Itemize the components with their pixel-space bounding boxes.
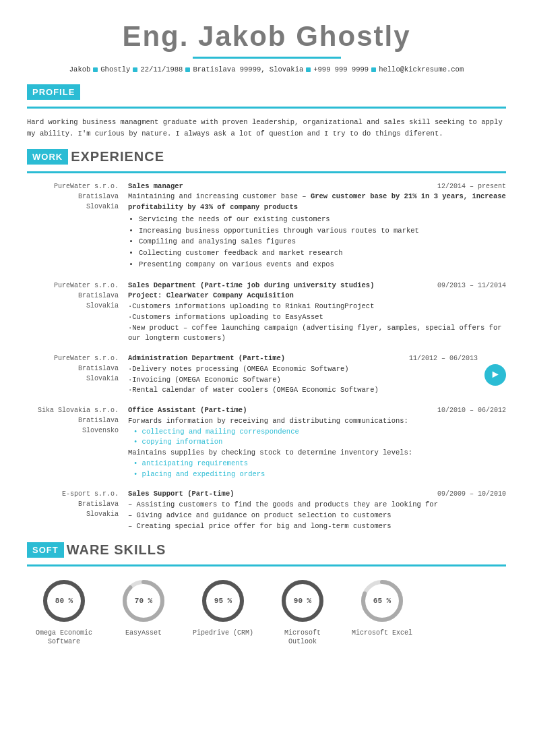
company-country-4: Slovensko <box>27 426 119 436</box>
company-country-2: Slovakia <box>27 301 119 311</box>
job-desc-1: Maintaining and increasing customer base… <box>128 192 506 213</box>
job-title-row-4: 10/2010 – 06/2012 Office Assistant (Part… <box>128 405 506 416</box>
header: Eng. Jakob Ghostly Jakob Ghostly 22/11/1… <box>27 20 506 74</box>
job-title-5: Sales Support (Part-time) <box>128 490 234 498</box>
company-city-1: Bratislava <box>27 192 119 202</box>
company-country-3: Slovakia <box>27 374 119 384</box>
job-title-row-2: 09/2013 – 11/2014 Sales Department (Part… <box>128 281 506 291</box>
company-city-5: Bratislava <box>27 499 119 509</box>
bullet-1-2: Increasing business opportunities throug… <box>139 226 506 237</box>
contact-dob: 22/11/1988 <box>140 65 183 74</box>
bullet-5-3: – Creating special price offer for big a… <box>128 521 506 532</box>
next-page-arrow[interactable]: ► <box>484 364 506 386</box>
skill-circle-5: 65 % <box>358 577 406 624</box>
contact-dot-1 <box>93 67 98 72</box>
bullet-4-4: • placing and expediting orders <box>128 469 506 480</box>
bullet-4-2: • copying information <box>128 437 506 448</box>
company-city-2: Bratislava <box>27 291 119 301</box>
bullet-1-5: Presenting company on various events and… <box>139 260 506 270</box>
contact-name-first: Jakob <box>69 65 91 74</box>
skill-percent-1: 80 % <box>55 597 73 605</box>
profile-badge: PROFILE <box>27 84 80 100</box>
job-title-row-1: 12/2014 – present Sales manager <box>128 181 506 192</box>
job-dates-4: 10/2010 – 06/2012 <box>437 405 506 415</box>
bullet-2-3: ·New product – coffee launching campaign… <box>128 323 506 345</box>
job-title-2: Sales Department (Part-time job during u… <box>128 281 374 289</box>
work-entry-1: PureWater s.r.o. Bratislava Slovakia 12/… <box>27 181 506 271</box>
work-entry-2: PureWater s.r.o. Bratislava Slovakia 09/… <box>27 281 506 345</box>
contact-name-last: Ghostly <box>100 65 130 74</box>
job-desc-4a: Forwards information by receiving and di… <box>128 416 506 427</box>
work-divider <box>27 171 506 173</box>
profile-header: PROFILE <box>27 84 506 100</box>
job-project-2: Project: ClearWater Company Acquisition <box>128 291 506 301</box>
job-title-3: Administration Department (Part-time) <box>128 354 285 362</box>
work-company-2: PureWater s.r.o. Bratislava Slovakia <box>27 281 128 345</box>
job-title-1: Sales manager <box>128 182 183 190</box>
bullet-3-3: ·Rental calendar of water coolers (OMEGA… <box>128 385 478 396</box>
bullet-5-1: – Assisting customers to find the goods … <box>128 500 506 511</box>
skill-item-1: 80 % Omega EconomicSoftware <box>34 577 94 646</box>
work-entry-5: E-sport s.r.o. Bratislava Slovakia 09/20… <box>27 489 506 531</box>
job-dates-2: 09/2013 – 11/2014 <box>437 281 506 291</box>
work-badge: WORK <box>27 149 68 165</box>
job-bullets-5: – Assisting customers to find the goods … <box>128 500 506 531</box>
job-dates-3: 11/2012 – 06/2013 <box>409 353 478 364</box>
job-subbullets-4a: • collecting and mailing correspondence … <box>128 427 506 448</box>
job-bullets-2: ·Customers informations uploading to Rin… <box>128 301 506 344</box>
profile-divider <box>27 107 506 109</box>
skill-label-5: Microsoft Excel <box>352 629 412 637</box>
skill-label-3: Pipedrive (CRM) <box>193 629 253 637</box>
work-details-5: 09/2009 – 10/2010 Sales Support (Part-ti… <box>128 489 506 531</box>
job-title-4: Office Assistant (Part-time) <box>128 406 247 414</box>
bullet-4-1: • collecting and mailing correspondence <box>128 427 506 438</box>
skills-divider <box>27 564 506 566</box>
skill-item-2: 70 % EasyAsset <box>113 577 174 646</box>
skill-circle-1: 80 % <box>40 577 88 624</box>
skills-title-rest: WARE SKILLS <box>67 542 166 558</box>
contact-bar: Jakob Ghostly 22/11/1988 Bratislava 9999… <box>27 65 506 74</box>
bullet-2-1: ·Customers informations uploading to Rin… <box>128 301 506 312</box>
skill-item-3: 95 % Pipedrive (CRM) <box>193 577 253 646</box>
work-details-1: 12/2014 – present Sales manager Maintain… <box>128 181 506 271</box>
work-details-2: 09/2013 – 11/2014 Sales Department (Part… <box>128 281 506 345</box>
skill-label-4: Microsoft Outlook <box>272 629 333 646</box>
skill-percent-2: 70 % <box>135 597 152 605</box>
company-name-4: Sika Slovakia s.r.o. <box>27 405 119 415</box>
job-subbullets-4b: • anticipating requirements • placing an… <box>128 459 506 480</box>
company-name-3: PureWater s.r.o. <box>27 353 119 364</box>
company-name-5: E-sport s.r.o. <box>27 489 119 499</box>
bullet-4-3: • anticipating requirements <box>128 459 506 469</box>
work-title-rest: EXPERIENCE <box>71 149 164 165</box>
contact-address: Bratislava 99999, Slovakia <box>193 65 303 74</box>
contact-dot-4 <box>306 67 311 72</box>
skill-circle-4: 90 % <box>279 577 326 624</box>
profile-section: PROFILE Hard working business managment … <box>27 84 506 140</box>
name-underline <box>193 57 341 59</box>
bullet-1-4: Collecting customer feedback and market … <box>139 248 506 259</box>
skill-percent-5: 65 % <box>373 597 391 605</box>
skills-section: SOFT WARE SKILLS 80 % Omega EconomicSoft… <box>27 542 506 646</box>
full-name: Eng. Jakob Ghostly <box>27 20 506 53</box>
skills-badge: SOFT <box>27 542 64 558</box>
contact-phone: +999 999 9999 <box>313 65 369 74</box>
work-company-3: PureWater s.r.o. Bratislava Slovakia <box>27 353 128 396</box>
resume-page: Eng. Jakob Ghostly Jakob Ghostly 22/11/1… <box>0 0 533 756</box>
skill-circle-2: 70 % <box>120 577 167 624</box>
job-bullets-3: ·Delivery notes processing (OMEGA Econom… <box>128 364 478 396</box>
company-name-2: PureWater s.r.o. <box>27 281 119 291</box>
skills-header: SOFT WARE SKILLS <box>27 542 506 558</box>
bullet-3-2: ·Invoicing (OMEGA Economic Software) <box>128 375 478 386</box>
profile-text: Hard working business managment graduate… <box>27 117 506 140</box>
contact-dot-2 <box>133 67 137 72</box>
job-title-row-5: 09/2009 – 10/2010 Sales Support (Part-ti… <box>128 489 506 500</box>
skill-item-4: 90 % Microsoft Outlook <box>272 577 333 646</box>
job-desc-4b: Maintains supplies by checking stock to … <box>128 448 506 459</box>
work-company-1: PureWater s.r.o. Bratislava Slovakia <box>27 181 128 271</box>
contact-dot-3 <box>185 67 190 72</box>
job-dates-1: 12/2014 – present <box>437 181 506 192</box>
contact-dot-5 <box>371 67 376 72</box>
work-entry-4: Sika Slovakia s.r.o. Bratislava Slovensk… <box>27 405 506 479</box>
skill-item-5: 65 % Microsoft Excel <box>352 577 412 646</box>
company-country-5: Slovakia <box>27 509 119 519</box>
